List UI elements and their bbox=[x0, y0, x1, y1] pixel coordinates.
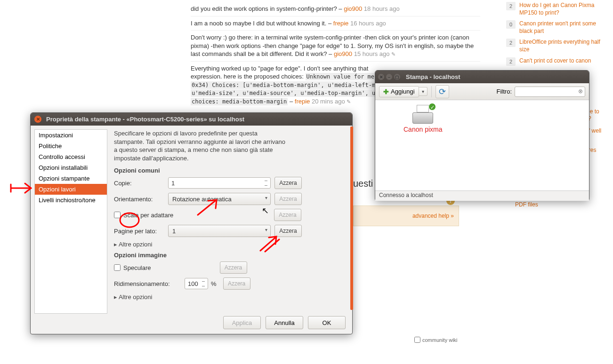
comment-trail: – bbox=[290, 98, 293, 105]
nav-item-politiche[interactable]: Politiche bbox=[35, 141, 107, 151]
maximize-icon[interactable]: ▢ bbox=[394, 74, 400, 80]
comment-time: 15 hours ago bbox=[354, 50, 390, 57]
comment-user[interactable]: frepie bbox=[295, 98, 310, 105]
mirror-checkbox[interactable] bbox=[114, 264, 121, 271]
default-check-icon: ✓ bbox=[428, 103, 436, 111]
apply-button: Applica bbox=[223, 316, 261, 329]
scale-label: Scala per adattare bbox=[123, 212, 173, 219]
add-label: Aggiungi bbox=[391, 88, 415, 95]
close-icon[interactable]: ✕ bbox=[378, 74, 384, 80]
settings-description: Specificare le opzioni di lavoro predefi… bbox=[114, 129, 288, 162]
ok-button[interactable]: OK bbox=[308, 316, 346, 329]
clear-icon[interactable]: ⊗ bbox=[578, 88, 583, 95]
nav-item-impostazioni[interactable]: Impostazioni bbox=[35, 130, 107, 141]
settings-content: Specificare le opzioni di lavoro predefi… bbox=[107, 126, 352, 314]
pages-per-side-combo[interactable]: 1 bbox=[168, 225, 271, 237]
filter-label: Filtro: bbox=[497, 88, 512, 95]
nav-item-opzioni-stampante[interactable]: Opzioni stampante bbox=[35, 173, 107, 184]
add-printer-button[interactable]: ✚ Aggiungi bbox=[379, 86, 419, 97]
nav-item-livelli-inchiostro[interactable]: Livelli inchiostro/tone bbox=[35, 195, 107, 206]
edit-icon[interactable]: ✎ bbox=[347, 99, 351, 104]
close-icon[interactable]: ✕ bbox=[34, 116, 41, 123]
comment-code: 0x34) Choices: [u'media-bottom-margin', … bbox=[191, 81, 383, 89]
refresh-button[interactable]: ⟳ bbox=[436, 85, 449, 98]
window-title: Stampa - localhost bbox=[406, 73, 460, 80]
orientation-reset-button: Azzera bbox=[274, 193, 302, 205]
scale-reset-button: Azzera bbox=[274, 209, 301, 221]
copies-reset-button[interactable]: Azzera bbox=[274, 177, 302, 189]
window-titlebar[interactable]: ✕ – ▢ Stampa - localhost bbox=[375, 71, 589, 83]
comment-text: expression. here is the proposed choices… bbox=[191, 73, 306, 80]
plus-icon: ✚ bbox=[383, 88, 389, 95]
edit-icon[interactable]: ✎ bbox=[391, 51, 395, 57]
pages-per-side-row: Pagine per lato: 1 Azzera bbox=[114, 225, 347, 237]
score-badge: 2 bbox=[506, 39, 516, 47]
add-dropdown-button[interactable]: ▾ bbox=[419, 87, 427, 96]
more-options-expander[interactable]: Altre opzioni bbox=[114, 241, 347, 248]
dialog-footer: Applica Annulla OK bbox=[223, 316, 346, 329]
comment: Don't worry :) go there: in a terminal w… bbox=[191, 30, 480, 61]
resize-label: Ridimensionamento: bbox=[114, 280, 185, 287]
orientation-combo[interactable]: Rotazione automatica bbox=[168, 193, 271, 205]
comment-code: Unknown value for me bbox=[306, 73, 376, 80]
editor-help-band: ? advanced help » bbox=[353, 206, 459, 226]
pdf-files-link[interactable]: PDF files bbox=[515, 201, 538, 208]
copies-value: 1 bbox=[171, 180, 175, 187]
score-badge: 0 bbox=[506, 20, 516, 29]
linked-question-link[interactable]: How do I get an Canon Pixma MP150 to pri… bbox=[519, 2, 603, 16]
printer-properties-dialog: ✕ Proprietà della stampante - «Photosmar… bbox=[30, 112, 353, 334]
scale-checkbox[interactable] bbox=[114, 212, 121, 218]
comment-user[interactable]: gio900 bbox=[344, 5, 362, 12]
printers-area[interactable]: ✓ Canon pixma bbox=[375, 100, 589, 190]
advanced-help-link[interactable]: advanced help » bbox=[412, 213, 454, 219]
copies-spinner[interactable]: 1 bbox=[168, 177, 271, 189]
comment: I am a noob so maybe I did but without k… bbox=[191, 16, 480, 31]
comment-user[interactable]: frepie bbox=[333, 20, 349, 27]
resize-spinner[interactable]: 100 bbox=[185, 278, 208, 289]
orientation-value: Rotazione automatica bbox=[172, 196, 232, 203]
linked-question-link[interactable]: Canon printer won't print some black par… bbox=[519, 20, 603, 35]
dialog-title: Proprietà della stampante - «Photosmart-… bbox=[46, 116, 244, 123]
printers-window: ✕ – ▢ Stampa - localhost ✚ Aggiungi ▾ ⟳ … bbox=[375, 70, 589, 201]
linked-question-link[interactable]: Can't print cd cover to canon bbox=[519, 57, 591, 66]
linked-question[interactable]: 2 How do I get an Canon Pixma MP150 to p… bbox=[506, 2, 603, 16]
filter-wrap: 🔍 ⊗ bbox=[515, 87, 585, 97]
comment-code: u'media-size', u'media-source', u'media-… bbox=[191, 89, 383, 97]
nav-item-opzioni-installabili[interactable]: Opzioni installabili bbox=[35, 162, 107, 173]
nav-item-opzioni-lavori[interactable]: Opzioni lavori bbox=[35, 184, 107, 195]
printer-item[interactable]: ✓ Canon pixma bbox=[403, 105, 443, 133]
linked-question[interactable]: 0 Canon printer won't print some black p… bbox=[506, 20, 603, 35]
comment-time: 20 mins ago bbox=[312, 98, 345, 105]
linked-question[interactable]: 2 LibreOffice prints everything half siz… bbox=[506, 39, 603, 53]
scrollbar[interactable] bbox=[350, 127, 353, 310]
pages-per-side-reset-button[interactable]: Azzera bbox=[274, 225, 302, 237]
mirror-reset-button: Azzera bbox=[220, 261, 247, 274]
comment-time: 18 hours ago bbox=[364, 5, 400, 12]
minimize-icon[interactable]: – bbox=[386, 74, 392, 80]
nav-item-controllo-accessi[interactable]: Controllo accessi bbox=[35, 151, 107, 162]
filter-input[interactable] bbox=[515, 87, 585, 97]
copies-row: Copie: 1 Azzera bbox=[114, 177, 347, 189]
orientation-label: Orientamento: bbox=[114, 196, 168, 203]
community-wiki-checkbox-row[interactable]: community wiki bbox=[414, 337, 458, 343]
settings-nav: Impostazioni Politiche Controllo accessi… bbox=[34, 129, 107, 314]
comment-text: Everything worked up to "page for edge".… bbox=[191, 65, 368, 72]
status-bar: Connesso a localhost bbox=[375, 190, 589, 201]
printer-name: Canon pixma bbox=[403, 126, 443, 133]
resize-value: 100 bbox=[188, 280, 198, 287]
resize-row: Ridimensionamento: 100 % Azzera bbox=[114, 277, 347, 290]
linked-question[interactable]: 2 Can't print cd cover to canon bbox=[506, 57, 603, 66]
linked-question-link[interactable]: LibreOffice prints everything half size bbox=[519, 39, 603, 53]
comment-time: 16 hours ago bbox=[350, 20, 386, 27]
comment-code: choices: media-bottom-margin bbox=[191, 98, 288, 105]
copies-label: Copie: bbox=[114, 180, 168, 187]
orientation-row: Orientamento: Rotazione automatica Azzer… bbox=[114, 193, 347, 205]
comment-text: I am a noob so maybe I did but without k… bbox=[191, 20, 331, 27]
cancel-button[interactable]: Annulla bbox=[266, 316, 303, 329]
comment: did you edit the work options in system-… bbox=[191, 2, 480, 16]
comment-user[interactable]: gio900 bbox=[334, 50, 352, 57]
community-wiki-checkbox[interactable] bbox=[414, 337, 420, 343]
percent-label: % bbox=[211, 280, 217, 287]
dialog-titlebar[interactable]: ✕ Proprietà della stampante - «Photosmar… bbox=[31, 113, 352, 126]
more-options-expander-2[interactable]: Altre opzioni bbox=[114, 293, 347, 301]
